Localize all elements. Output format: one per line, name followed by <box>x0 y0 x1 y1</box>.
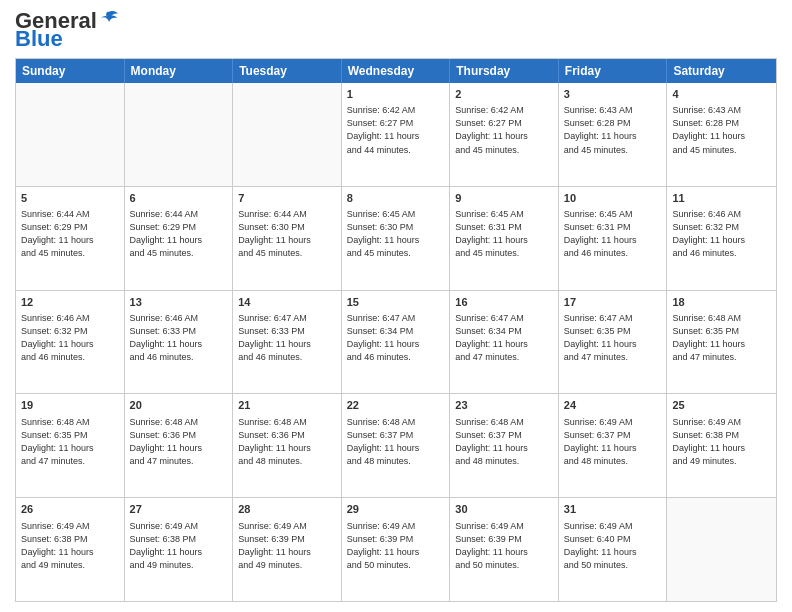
day-info: Sunrise: 6:49 AM Sunset: 6:38 PM Dayligh… <box>130 520 228 572</box>
calendar: SundayMondayTuesdayWednesdayThursdayFrid… <box>15 58 777 602</box>
calendar-cell: 22Sunrise: 6:48 AM Sunset: 6:37 PM Dayli… <box>342 394 451 497</box>
day-number: 19 <box>21 398 119 413</box>
day-info: Sunrise: 6:48 AM Sunset: 6:37 PM Dayligh… <box>455 416 553 468</box>
day-number: 2 <box>455 87 553 102</box>
day-number: 4 <box>672 87 771 102</box>
calendar-row-1: 5Sunrise: 6:44 AM Sunset: 6:29 PM Daylig… <box>16 187 776 291</box>
calendar-row-3: 19Sunrise: 6:48 AM Sunset: 6:35 PM Dayli… <box>16 394 776 498</box>
day-info: Sunrise: 6:49 AM Sunset: 6:39 PM Dayligh… <box>238 520 336 572</box>
day-info: Sunrise: 6:49 AM Sunset: 6:38 PM Dayligh… <box>21 520 119 572</box>
weekday-header-monday: Monday <box>125 59 234 83</box>
calendar-cell: 12Sunrise: 6:46 AM Sunset: 6:32 PM Dayli… <box>16 291 125 394</box>
header: General Blue <box>15 10 777 50</box>
calendar-cell: 27Sunrise: 6:49 AM Sunset: 6:38 PM Dayli… <box>125 498 234 601</box>
calendar-cell: 31Sunrise: 6:49 AM Sunset: 6:40 PM Dayli… <box>559 498 668 601</box>
day-number: 26 <box>21 502 119 517</box>
day-info: Sunrise: 6:44 AM Sunset: 6:29 PM Dayligh… <box>21 208 119 260</box>
calendar-cell: 7Sunrise: 6:44 AM Sunset: 6:30 PM Daylig… <box>233 187 342 290</box>
day-info: Sunrise: 6:49 AM Sunset: 6:39 PM Dayligh… <box>455 520 553 572</box>
day-number: 11 <box>672 191 771 206</box>
day-number: 13 <box>130 295 228 310</box>
day-number: 3 <box>564 87 662 102</box>
day-info: Sunrise: 6:45 AM Sunset: 6:30 PM Dayligh… <box>347 208 445 260</box>
day-number: 15 <box>347 295 445 310</box>
day-info: Sunrise: 6:49 AM Sunset: 6:40 PM Dayligh… <box>564 520 662 572</box>
calendar-row-2: 12Sunrise: 6:46 AM Sunset: 6:32 PM Dayli… <box>16 291 776 395</box>
day-info: Sunrise: 6:46 AM Sunset: 6:32 PM Dayligh… <box>672 208 771 260</box>
calendar-cell: 15Sunrise: 6:47 AM Sunset: 6:34 PM Dayli… <box>342 291 451 394</box>
weekday-header-thursday: Thursday <box>450 59 559 83</box>
day-number: 21 <box>238 398 336 413</box>
calendar-cell: 23Sunrise: 6:48 AM Sunset: 6:37 PM Dayli… <box>450 394 559 497</box>
weekday-header-wednesday: Wednesday <box>342 59 451 83</box>
day-info: Sunrise: 6:48 AM Sunset: 6:36 PM Dayligh… <box>238 416 336 468</box>
page: General Blue SundayMondayTuesdayWednesda… <box>0 0 792 612</box>
calendar-cell: 29Sunrise: 6:49 AM Sunset: 6:39 PM Dayli… <box>342 498 451 601</box>
day-info: Sunrise: 6:48 AM Sunset: 6:36 PM Dayligh… <box>130 416 228 468</box>
day-info: Sunrise: 6:47 AM Sunset: 6:35 PM Dayligh… <box>564 312 662 364</box>
day-info: Sunrise: 6:48 AM Sunset: 6:35 PM Dayligh… <box>672 312 771 364</box>
day-info: Sunrise: 6:42 AM Sunset: 6:27 PM Dayligh… <box>455 104 553 156</box>
day-number: 30 <box>455 502 553 517</box>
day-number: 28 <box>238 502 336 517</box>
calendar-cell: 8Sunrise: 6:45 AM Sunset: 6:30 PM Daylig… <box>342 187 451 290</box>
calendar-cell <box>125 83 234 186</box>
day-number: 9 <box>455 191 553 206</box>
day-info: Sunrise: 6:46 AM Sunset: 6:32 PM Dayligh… <box>21 312 119 364</box>
day-number: 18 <box>672 295 771 310</box>
calendar-cell: 9Sunrise: 6:45 AM Sunset: 6:31 PM Daylig… <box>450 187 559 290</box>
weekday-header-friday: Friday <box>559 59 668 83</box>
calendar-cell: 21Sunrise: 6:48 AM Sunset: 6:36 PM Dayli… <box>233 394 342 497</box>
calendar-cell <box>667 498 776 601</box>
day-number: 25 <box>672 398 771 413</box>
day-number: 22 <box>347 398 445 413</box>
calendar-cell: 19Sunrise: 6:48 AM Sunset: 6:35 PM Dayli… <box>16 394 125 497</box>
calendar-cell: 13Sunrise: 6:46 AM Sunset: 6:33 PM Dayli… <box>125 291 234 394</box>
day-number: 1 <box>347 87 445 102</box>
day-info: Sunrise: 6:49 AM Sunset: 6:37 PM Dayligh… <box>564 416 662 468</box>
calendar-cell: 16Sunrise: 6:47 AM Sunset: 6:34 PM Dayli… <box>450 291 559 394</box>
day-info: Sunrise: 6:43 AM Sunset: 6:28 PM Dayligh… <box>672 104 771 156</box>
calendar-cell: 17Sunrise: 6:47 AM Sunset: 6:35 PM Dayli… <box>559 291 668 394</box>
day-info: Sunrise: 6:49 AM Sunset: 6:38 PM Dayligh… <box>672 416 771 468</box>
day-info: Sunrise: 6:43 AM Sunset: 6:28 PM Dayligh… <box>564 104 662 156</box>
calendar-header: SundayMondayTuesdayWednesdayThursdayFrid… <box>16 59 776 83</box>
day-info: Sunrise: 6:44 AM Sunset: 6:29 PM Dayligh… <box>130 208 228 260</box>
day-number: 20 <box>130 398 228 413</box>
day-info: Sunrise: 6:47 AM Sunset: 6:34 PM Dayligh… <box>347 312 445 364</box>
calendar-row-0: 1Sunrise: 6:42 AM Sunset: 6:27 PM Daylig… <box>16 83 776 187</box>
weekday-header-tuesday: Tuesday <box>233 59 342 83</box>
day-number: 6 <box>130 191 228 206</box>
logo-blue-text: Blue <box>15 28 63 50</box>
calendar-cell: 30Sunrise: 6:49 AM Sunset: 6:39 PM Dayli… <box>450 498 559 601</box>
calendar-cell: 24Sunrise: 6:49 AM Sunset: 6:37 PM Dayli… <box>559 394 668 497</box>
calendar-cell: 14Sunrise: 6:47 AM Sunset: 6:33 PM Dayli… <box>233 291 342 394</box>
day-info: Sunrise: 6:48 AM Sunset: 6:35 PM Dayligh… <box>21 416 119 468</box>
day-number: 14 <box>238 295 336 310</box>
day-number: 7 <box>238 191 336 206</box>
calendar-cell: 11Sunrise: 6:46 AM Sunset: 6:32 PM Dayli… <box>667 187 776 290</box>
day-number: 27 <box>130 502 228 517</box>
day-number: 5 <box>21 191 119 206</box>
day-number: 29 <box>347 502 445 517</box>
logo: General Blue <box>15 10 119 50</box>
calendar-cell: 6Sunrise: 6:44 AM Sunset: 6:29 PM Daylig… <box>125 187 234 290</box>
calendar-cell: 25Sunrise: 6:49 AM Sunset: 6:38 PM Dayli… <box>667 394 776 497</box>
day-info: Sunrise: 6:47 AM Sunset: 6:34 PM Dayligh… <box>455 312 553 364</box>
day-info: Sunrise: 6:46 AM Sunset: 6:33 PM Dayligh… <box>130 312 228 364</box>
calendar-cell <box>16 83 125 186</box>
calendar-cell: 5Sunrise: 6:44 AM Sunset: 6:29 PM Daylig… <box>16 187 125 290</box>
day-number: 17 <box>564 295 662 310</box>
day-info: Sunrise: 6:49 AM Sunset: 6:39 PM Dayligh… <box>347 520 445 572</box>
day-info: Sunrise: 6:44 AM Sunset: 6:30 PM Dayligh… <box>238 208 336 260</box>
day-number: 8 <box>347 191 445 206</box>
weekday-header-sunday: Sunday <box>16 59 125 83</box>
day-number: 31 <box>564 502 662 517</box>
weekday-header-saturday: Saturday <box>667 59 776 83</box>
calendar-cell: 20Sunrise: 6:48 AM Sunset: 6:36 PM Dayli… <box>125 394 234 497</box>
calendar-cell: 18Sunrise: 6:48 AM Sunset: 6:35 PM Dayli… <box>667 291 776 394</box>
logo-bird-icon <box>99 10 119 28</box>
day-number: 12 <box>21 295 119 310</box>
day-number: 23 <box>455 398 553 413</box>
calendar-cell: 10Sunrise: 6:45 AM Sunset: 6:31 PM Dayli… <box>559 187 668 290</box>
